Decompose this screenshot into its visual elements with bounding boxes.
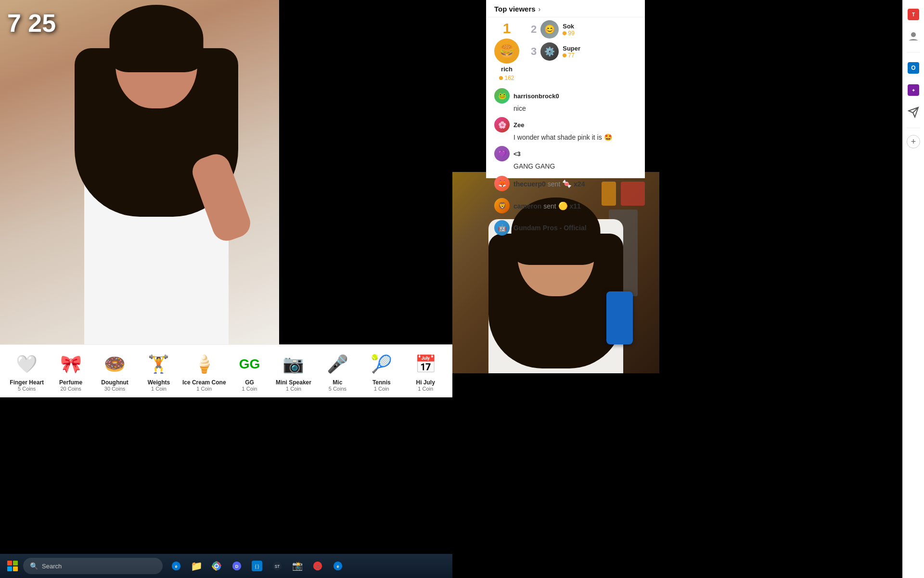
profile-icon[interactable] — [905, 28, 922, 45]
gift-mic[interactable]: 🎤 Mic 5 Coins — [317, 351, 358, 392]
gift-tennis[interactable]: 🎾 Tennis 1 Coin — [361, 351, 402, 392]
app-icon[interactable]: ✦ — [905, 81, 922, 99]
mini-speaker-icon: 📷 — [280, 351, 307, 377]
gift-cost: 1 Coin — [286, 386, 301, 392]
gift-cost: 5 Coins — [18, 386, 36, 392]
chat-text: I wonder what shade pink it is 🤩 — [494, 133, 637, 141]
rank3-number: 3 — [531, 45, 537, 58]
top-viewers-label: Top viewers — [494, 5, 536, 13]
doughnut-icon: 🍩 — [102, 351, 128, 377]
taskbar-edge[interactable]: e — [167, 556, 186, 576]
svg-text:{ }: { } — [255, 564, 259, 569]
chat-avatar: 🌸 — [494, 117, 510, 132]
tiktok-icon[interactable]: T — [905, 6, 922, 23]
taskbar-chrome[interactable] — [207, 556, 226, 576]
rank3-avatar: ⚙️ — [540, 42, 559, 61]
gift-name: GG — [245, 379, 254, 386]
rank2-info: Sok 99 — [563, 23, 574, 37]
rank2-name: Sok — [563, 23, 574, 30]
svg-text:🎵: 🎵 — [316, 565, 321, 569]
taskbar-steam[interactable]: ST — [268, 556, 287, 576]
gift-name: Tennis — [372, 379, 391, 386]
hi-july-icon: 📅 — [412, 351, 439, 377]
gift-weights[interactable]: 🏋️ Weights 1 Coin — [138, 351, 179, 392]
gift-message: 🦊 thecuerp0 sent 🍬 x24 — [494, 175, 637, 192]
chat-message: 🌸 Zee I wonder what shade pink it is 🤩 — [494, 117, 637, 141]
rank1-viewer: 1 🍔 rich 162 — [494, 20, 519, 81]
taskbar-browser2[interactable]: e — [328, 556, 347, 576]
gift-finger-heart[interactable]: 🤍 Finger Heart 5 Coins — [6, 351, 47, 392]
perfume-icon: 🎀 — [58, 351, 84, 377]
gift-name: Finger Heart — [10, 379, 44, 386]
taskbar-vscode[interactable]: { } — [247, 556, 267, 576]
chat-username: harrisonbrock0 — [513, 92, 559, 100]
taskbar-camera[interactable]: 📸 — [288, 556, 307, 576]
main-video: 7 25 — [0, 0, 452, 344]
gift-ice-cream[interactable]: 🍦 Ice Cream Cone 1 Coin — [182, 351, 226, 392]
gift-message: 🦁 cameron sent 🟡 x11 — [494, 197, 637, 214]
gift-message: 🤖 Gundam Pros - Official — [494, 219, 637, 236]
gift-name: Doughnut — [101, 379, 128, 386]
rank3-info: Super 77 — [563, 45, 580, 59]
mic-icon: 🎤 — [324, 351, 351, 377]
taskbar: 🔍 Search e 📁 D — [0, 554, 452, 578]
svg-point-17 — [911, 32, 916, 37]
svg-text:e: e — [175, 564, 177, 569]
send-icon[interactable] — [905, 104, 922, 121]
gift-cost: 1 Coin — [196, 386, 212, 392]
taskbar-app8[interactable]: 🎵 — [308, 556, 327, 576]
gift-perfume[interactable]: 🎀 Perfume 20 Coins — [51, 351, 91, 392]
rank3-viewer: 3 ⚙️ Super 77 — [531, 42, 580, 61]
chat-panel: Top viewers › 1 🍔 rich 162 2 😊 Sok — [486, 0, 645, 178]
svg-text:✦: ✦ — [911, 88, 915, 93]
gift-cost: 1 Coin — [151, 386, 167, 392]
gift-cost: 30 Coins — [104, 386, 125, 392]
svg-text:D: D — [235, 564, 239, 569]
rank3-name: Super — [563, 45, 580, 52]
svg-text:ST: ST — [275, 565, 280, 569]
gift-cost: 1 Coin — [242, 386, 257, 392]
weights-icon: 🏋️ — [145, 351, 172, 377]
start-button[interactable] — [4, 557, 21, 575]
top-viewers-section: Top viewers › — [487, 0, 645, 17]
gift-cost: 1 Coin — [418, 386, 433, 392]
gift-message-text: cameron sent 🟡 x11 — [513, 201, 581, 210]
gift-bar: 🤍 Finger Heart 5 Coins 🎀 Perfume 20 Coin… — [0, 344, 452, 397]
gift-hi-july[interactable]: 📅 Hi July 1 Coin — [405, 351, 446, 392]
rank1-coins: 162 — [499, 75, 514, 81]
gift-mini-speaker[interactable]: 📷 Mini Speaker 1 Coin — [273, 351, 314, 392]
gift-sender-avatar: 🦁 — [494, 198, 510, 213]
outlook-icon[interactable]: O — [905, 59, 922, 77]
gift-cost: 5 Coins — [329, 386, 346, 392]
chat-text: nice — [494, 105, 637, 112]
gift-name: Weights — [148, 379, 170, 386]
tennis-icon: 🎾 — [368, 351, 395, 377]
rank2-viewer: 2 😊 Sok 99 — [531, 20, 580, 39]
sidebar-divider — [907, 52, 920, 53]
gift-name: Ice Cream Cone — [182, 379, 226, 386]
right-sidebar: T O ✦ + — [902, 0, 924, 578]
add-button[interactable]: + — [907, 135, 920, 148]
rank1-name: rich — [501, 66, 513, 73]
taskbar-search[interactable]: 🔍 Search — [23, 558, 163, 574]
gift-name: Hi July — [416, 379, 435, 386]
svg-point-4 — [215, 565, 218, 567]
top-viewers-arrow[interactable]: › — [539, 5, 541, 13]
rank1-number: 1 — [503, 20, 511, 37]
taskbar-file-explorer[interactable]: 📁 — [187, 556, 206, 576]
chat-username: <3 — [513, 150, 521, 158]
svg-text:e: e — [336, 564, 339, 569]
gift-name: Perfume — [59, 379, 82, 386]
taskbar-apps: e 📁 D { } — [167, 556, 347, 576]
taskbar-discord[interactable]: D — [227, 556, 246, 576]
gift-doughnut[interactable]: 🍩 Doughnut 30 Coins — [94, 351, 135, 392]
chat-text: GANG GANG — [494, 162, 637, 170]
gift-sender-avatar: 🤖 — [494, 220, 510, 236]
finger-heart-icon: 🤍 — [13, 351, 40, 377]
gift-gg[interactable]: GG GG 1 Coin — [229, 351, 270, 392]
gift-name: Mini Speaker — [276, 379, 311, 386]
rank2-avatar: 😊 — [540, 20, 559, 39]
rank23-viewers: 2 😊 Sok 99 3 ⚙️ Super 77 — [531, 20, 580, 61]
video-overlay-numbers: 7 25 — [7, 10, 56, 37]
svg-text:O: O — [911, 65, 915, 71]
